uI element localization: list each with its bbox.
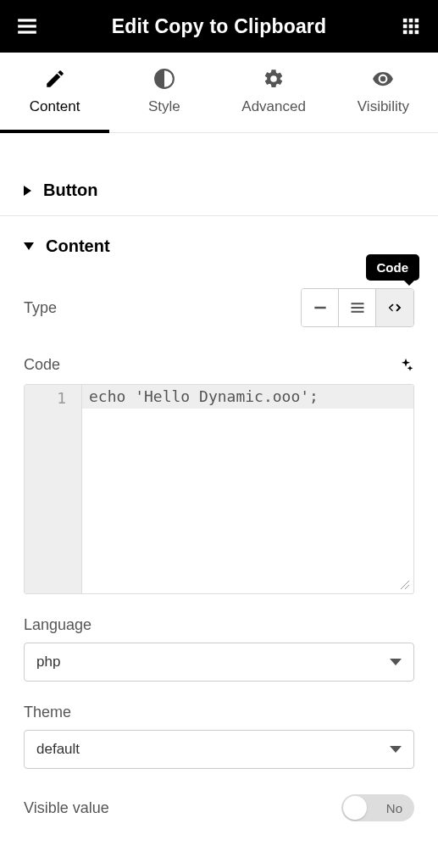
- gear-icon: [263, 68, 285, 90]
- code-icon: [385, 298, 404, 317]
- tab-visibility[interactable]: Visibility: [329, 53, 438, 132]
- section-title: Button: [43, 181, 97, 200]
- svg-rect-3: [403, 19, 408, 23]
- pencil-icon: [44, 68, 66, 90]
- code-line: echo 'Hello Dynamic.ooo';: [82, 385, 413, 409]
- svg-rect-6: [403, 25, 408, 29]
- row-code-label: Code: [24, 337, 414, 384]
- line-gutter: 1: [25, 385, 82, 593]
- language-value: php: [36, 654, 60, 670]
- svg-rect-14: [351, 303, 363, 304]
- type-segmented: [301, 288, 414, 327]
- tab-style[interactable]: Style: [109, 53, 219, 132]
- svg-rect-0: [18, 19, 36, 21]
- svg-rect-8: [415, 25, 419, 29]
- theme-select[interactable]: default: [24, 730, 414, 769]
- eye-icon: [372, 68, 394, 90]
- top-bar: Edit Copy to Clipboard: [0, 0, 438, 53]
- section-title: Content: [46, 236, 110, 256]
- contrast-icon: [153, 68, 175, 90]
- visible-value-label: Visible value: [24, 799, 109, 817]
- caret-down-icon: [24, 242, 34, 250]
- toggle-knob: [343, 796, 367, 820]
- code-label: Code: [24, 356, 60, 374]
- svg-rect-5: [415, 19, 419, 23]
- tooltip-code: Code: [366, 254, 420, 281]
- theme-value: default: [36, 741, 80, 758]
- row-type: Type Code: [24, 271, 414, 337]
- field-theme: Theme default: [24, 682, 414, 769]
- theme-label: Theme: [24, 704, 414, 721]
- row-visible-value: Visible value No: [24, 769, 414, 832]
- section-button: Button: [0, 165, 438, 216]
- sparkle-icon: [397, 357, 414, 374]
- svg-rect-7: [409, 25, 413, 29]
- type-label: Type: [24, 299, 57, 317]
- svg-line-17: [401, 581, 409, 589]
- menu-button[interactable]: [15, 14, 39, 38]
- svg-rect-2: [18, 31, 36, 33]
- tab-content[interactable]: Content: [0, 53, 109, 132]
- section-header-button[interactable]: Button: [0, 165, 438, 215]
- page-title: Edit Copy to Clipboard: [112, 15, 327, 38]
- hamburger-icon: [16, 15, 38, 37]
- ai-sparkle-button[interactable]: [397, 357, 414, 374]
- apps-button[interactable]: [399, 14, 423, 38]
- tab-label: Content: [30, 98, 80, 114]
- svg-rect-15: [351, 307, 363, 309]
- tab-advanced[interactable]: Advanced: [219, 53, 329, 132]
- grid-icon: [402, 17, 420, 36]
- tab-label: Visibility: [358, 98, 409, 114]
- svg-rect-1: [18, 25, 36, 27]
- language-select[interactable]: php: [24, 643, 414, 682]
- minus-icon: [312, 299, 329, 316]
- svg-rect-10: [409, 31, 413, 35]
- svg-rect-16: [351, 311, 363, 313]
- resize-icon: [399, 579, 411, 591]
- caret-right-icon: [24, 186, 31, 196]
- svg-rect-4: [409, 19, 413, 23]
- visible-value-toggle[interactable]: No: [341, 794, 414, 821]
- type-option-code[interactable]: [376, 289, 413, 326]
- toggle-off-label: No: [386, 801, 402, 815]
- svg-rect-9: [403, 31, 408, 35]
- lines-icon: [349, 299, 366, 316]
- svg-rect-11: [415, 31, 419, 35]
- section-content: Content Type Code: [0, 216, 438, 855]
- tab-strip: Content Style Advanced Visibility: [0, 53, 438, 133]
- chevron-down-icon: [390, 746, 402, 753]
- svg-rect-13: [314, 307, 325, 309]
- language-label: Language: [24, 616, 414, 634]
- tab-label: Style: [148, 98, 180, 114]
- svg-line-18: [405, 585, 409, 589]
- type-option-text[interactable]: [302, 289, 339, 326]
- tab-label: Advanced: [241, 98, 306, 114]
- type-option-list[interactable]: [339, 289, 376, 326]
- chevron-down-icon: [390, 659, 402, 665]
- field-language: Language php: [24, 594, 414, 682]
- resize-handle[interactable]: [399, 579, 411, 591]
- code-editor[interactable]: 1 echo 'Hello Dynamic.ooo';: [24, 384, 414, 594]
